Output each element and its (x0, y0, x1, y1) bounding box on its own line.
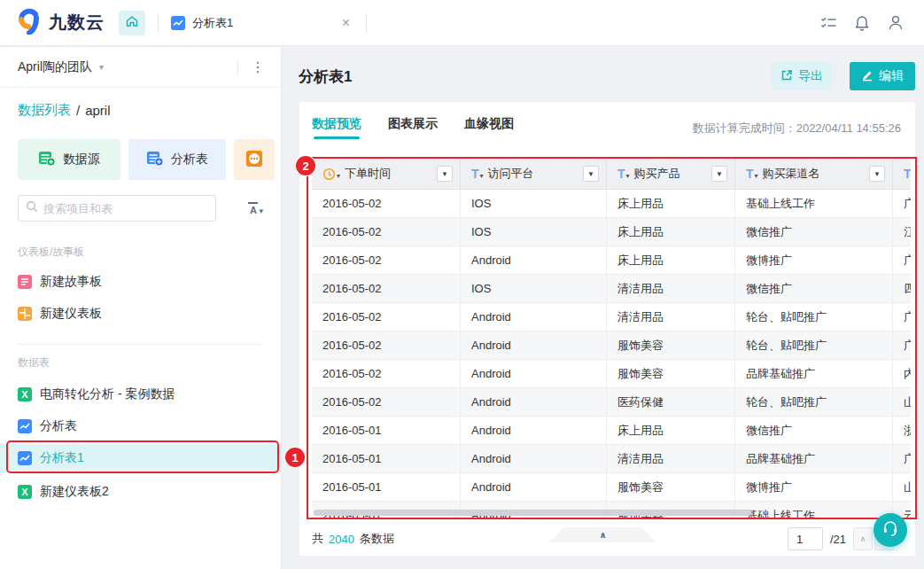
table-row[interactable]: 2016-05-01Android清洁用品品牌基础推广广东省 (312, 445, 911, 473)
sidebar-item-new-dashboard[interactable]: 新建仪表板 (0, 300, 281, 328)
add-analysis-table-button[interactable]: 分析表 (128, 139, 226, 180)
table-row[interactable]: 2016-05-02Android医药保健轮台、贴吧推广山东省 (312, 388, 911, 417)
column-header[interactable]: T▾收▼ (893, 159, 911, 189)
page-input[interactable] (788, 527, 823, 550)
add-datasource-button[interactable]: 数据源 (18, 139, 120, 180)
sidebar-item-analysis-table[interactable]: 分析表 (0, 412, 281, 440)
data-table: ▾下单时间▼T▾访问平台▼T▾购买产品▼T▾购买渠道名▼T▾收▼ 2016-05… (312, 159, 911, 519)
sidebar-item-analysis-table-1[interactable]: 分析表1 (0, 444, 281, 472)
table-row[interactable]: 2016-05-02IOS清洁用品微信推广四川省 (312, 275, 911, 303)
edit-label: 编辑 (879, 68, 904, 84)
analysis-table-icon (146, 150, 164, 170)
export-label: 导出 (798, 68, 823, 84)
more-apps-button[interactable] (234, 139, 275, 180)
sort-icon[interactable]: A ▾ (248, 202, 263, 215)
table-cell: 2016-05-01 (312, 417, 461, 444)
column-header[interactable]: T▾购买渠道名▼ (735, 159, 893, 189)
logo-icon (18, 8, 42, 38)
compute-time: 数据计算完成时间：2022/04/11 14:55:26 (693, 121, 901, 136)
home-icon (125, 14, 139, 32)
chevron-up-icon: ∧ (599, 530, 606, 540)
table-row[interactable]: 2016-05-02Android床上用品微博推广广东省 (312, 246, 911, 275)
table-cell: 2016-05-02 (312, 303, 461, 331)
column-header[interactable]: T▾访问平台▼ (461, 159, 607, 189)
collapse-panel-handle[interactable]: ∧ (550, 527, 656, 542)
page-up-button[interactable]: ∧ (853, 527, 873, 550)
sidebar: April陶的团队 ▾ ⋮ 数据列表 / april (0, 47, 282, 569)
total-prefix: 共 (312, 531, 323, 547)
table-cell: 2016-05-02 (312, 218, 461, 246)
search-row: A ▾ (18, 195, 263, 222)
notification-bell-icon[interactable] (853, 14, 871, 32)
column-header[interactable]: T▾购买产品▼ (607, 159, 735, 189)
divider (237, 59, 238, 75)
filter-dropdown[interactable]: ▼ (869, 166, 885, 182)
headset-icon (881, 519, 899, 541)
user-profile-icon[interactable] (887, 14, 905, 32)
group-label-datatables: 数据表 (18, 355, 281, 371)
open-document-tab[interactable]: 分析表1 × (171, 0, 353, 46)
table-cell: IOS (461, 190, 607, 217)
edit-button[interactable]: 编辑 (850, 62, 915, 90)
apps-icon (245, 149, 264, 171)
table-cell: 2016-05-02 (312, 190, 461, 217)
total-count[interactable]: 2040 (329, 533, 354, 546)
horizontal-scrollbar[interactable] (314, 510, 751, 516)
breadcrumb: 数据列表 / april (18, 100, 263, 120)
close-icon[interactable]: × (338, 14, 353, 32)
tab-lineage-view[interactable]: 血缘视图 (464, 102, 514, 141)
table-cell: 2016-05-01 (312, 445, 461, 472)
table-cell: Android (461, 246, 607, 274)
table-cell: 2016-05-02 (312, 331, 461, 359)
text-type-icon: T (471, 168, 479, 180)
edit-pencil-icon (861, 69, 874, 84)
filter-dropdown[interactable]: ▼ (437, 166, 453, 182)
table-cell: 微博推广 (735, 473, 893, 501)
search-box[interactable] (18, 195, 216, 222)
sidebar-item-new-storyboard[interactable]: 新建故事板 (0, 268, 281, 296)
text-type-icon: T (904, 168, 911, 180)
tab-chart-display[interactable]: 图表展示 (388, 102, 438, 141)
table-row[interactable]: 2016-05-02IOS床上用品基础上线工作广东省 (312, 190, 911, 218)
tab-data-preview[interactable]: 数据预览 (312, 102, 361, 141)
filter-dropdown[interactable]: ▼ (583, 166, 599, 182)
breadcrumb-current: april (85, 103, 110, 118)
table-cell: 2016-05-02 (312, 360, 461, 387)
table-cell: 轮台、贴吧推广 (735, 331, 893, 359)
more-menu-icon[interactable]: ⋮ (251, 58, 265, 75)
table-cell: 轮台、贴吧推广 (735, 303, 893, 331)
topbar: 九数云 分析表1 × (0, 0, 924, 46)
total-suffix: 条数据 (360, 531, 394, 547)
team-selector[interactable]: April陶的团队 ▾ ⋮ (0, 47, 281, 88)
table-cell: 山东省 (893, 388, 911, 416)
table-row[interactable]: 2016-05-02Android清洁用品轮台、贴吧推广广东省 (312, 303, 911, 331)
dashboard-icon (18, 307, 32, 321)
storyboard-icon (18, 275, 32, 289)
export-icon (780, 69, 793, 84)
chevron-down-icon: ▾ (755, 173, 758, 180)
topbar-divider (158, 13, 159, 33)
task-list-icon[interactable] (819, 14, 837, 32)
column-header[interactable]: ▾下单时间▼ (312, 159, 461, 189)
sidebar-item-label: 分析表 (40, 418, 77, 434)
column-title: 下单时间 (345, 166, 391, 182)
breadcrumb-root[interactable]: 数据列表 (18, 102, 71, 119)
home-button[interactable] (119, 11, 145, 35)
chevron-down-icon: ▾ (337, 173, 340, 180)
table-cell: 清洁用品 (607, 275, 735, 302)
customer-service-button[interactable] (874, 513, 907, 547)
sidebar-item-new-dashboard-2[interactable]: X 新建仪表板2 (0, 478, 281, 506)
sidebar-item-ecommerce-analysis[interactable]: X 电商转化分析 - 案例数据 (0, 380, 281, 409)
table-row[interactable]: 2016-05-01Android服饰美容微博推广山东省 (312, 473, 911, 502)
table-row[interactable]: 2016-05-02Android服饰美容轮台、贴吧推广广东省 (312, 331, 911, 360)
table-row[interactable]: 2016-05-02Android服饰美容品牌基础推广内蒙古 (312, 360, 911, 388)
table-row[interactable]: 2016-05-01Android床上用品微信推广浙江省 (312, 417, 911, 445)
search-input[interactable] (43, 202, 208, 215)
export-button[interactable]: 导出 (772, 62, 832, 90)
filter-dropdown[interactable]: ▼ (711, 166, 727, 182)
team-name: April陶的团队 (18, 59, 92, 75)
table-row[interactable]: 2016-05-02IOS床上用品微信推广江苏省 (312, 218, 911, 246)
chevron-down-icon: ▾ (626, 173, 630, 180)
table-cell: IOS (461, 275, 607, 302)
text-type-icon: T (617, 168, 625, 180)
